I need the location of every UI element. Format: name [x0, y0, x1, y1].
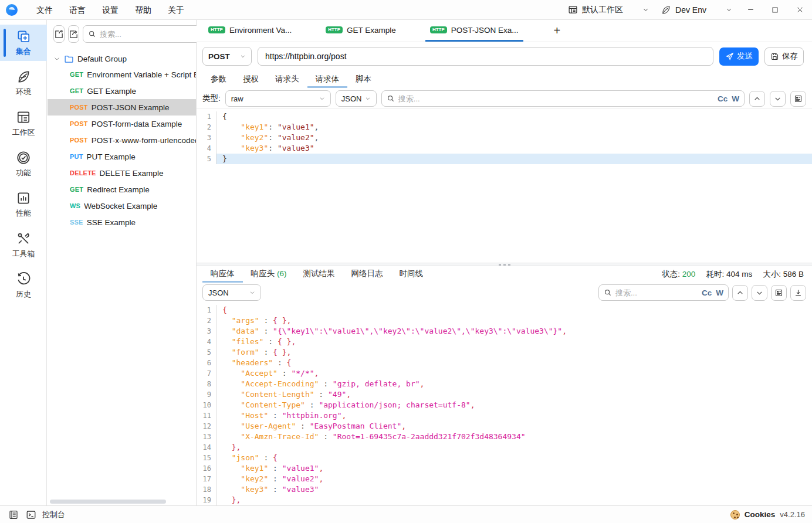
code-line: 11 "Host" : "httpbin.org", [197, 410, 812, 421]
code-line: 2 "key1": "value1", [197, 122, 812, 133]
nav-item-历史[interactable]: 历史 [0, 267, 47, 304]
nav-item-label: 历史 [16, 289, 31, 300]
response-format-select[interactable]: JSON [202, 284, 261, 301]
line-number: 3 [197, 326, 216, 337]
find-prev-button[interactable] [749, 91, 765, 107]
console-button[interactable] [25, 508, 38, 521]
sidebar-search-input[interactable] [100, 30, 203, 39]
nav-item-工作区[interactable]: 工作区 [0, 106, 47, 142]
export-button[interactable] [68, 25, 79, 43]
format-button[interactable] [771, 285, 787, 301]
line-number: 7 [197, 368, 216, 379]
response-tab-测试结果[interactable]: 测试结果 [295, 266, 343, 283]
body-type-value: raw [231, 94, 243, 103]
tree-item[interactable]: WSWebSocket Example [48, 198, 196, 214]
menu-item-帮助[interactable]: 帮助 [127, 0, 160, 20]
doc-tab[interactable]: HTTPEnvironment Va... [204, 20, 296, 42]
code-token: , [319, 464, 323, 473]
code-token: : [259, 327, 273, 335]
horizontal-scrollbar[interactable] [50, 500, 166, 504]
code-token: "key1" [241, 464, 268, 473]
response-body-editor[interactable]: 1{2 "args" : { },3 "data" : "{\"key1\":\… [197, 303, 812, 505]
code-line: 1{ [197, 305, 812, 315]
response-tab-响应体[interactable]: 响应体 [202, 266, 243, 283]
tree-item[interactable]: GETGET Example [48, 83, 196, 99]
save-button[interactable]: 保存 [764, 47, 804, 66]
body-format-select[interactable]: JSON [336, 90, 377, 107]
code-token: { }, [273, 348, 291, 356]
code-content: }, [216, 442, 812, 453]
tree-item[interactable]: SSESSE Example [48, 214, 196, 230]
response-tab-时间线[interactable]: 时间线 [391, 266, 432, 283]
tree-item[interactable]: GETRedirect Example [48, 181, 196, 198]
nav-item-性能[interactable]: 性能 [0, 186, 47, 223]
code-content: "Host" : "httpbin.org", [216, 410, 812, 421]
tree-item[interactable]: PUTPUT Example [48, 148, 196, 165]
workspace-selector[interactable]: 默认工作区 [562, 0, 655, 19]
import-button[interactable] [53, 25, 65, 43]
code-token: "value3" [282, 485, 319, 494]
code-content: "Content-Length" : "49", [216, 389, 812, 400]
tree-item[interactable]: DELETEDELETE Example [48, 165, 196, 181]
nav-item-功能[interactable]: 功能 [0, 146, 47, 182]
request-tab-参数[interactable]: 参数 [202, 72, 235, 88]
url-input[interactable] [258, 47, 713, 66]
history-icon [16, 271, 31, 287]
tree-item[interactable]: POSTPOST-JSON Example [48, 99, 196, 116]
doc-tab[interactable]: HTTPGET Example [321, 20, 401, 42]
doc-tab-label: Environment Va... [229, 26, 292, 35]
body-search-input[interactable] [398, 94, 714, 103]
cookies-button[interactable]: Cookies [745, 510, 776, 519]
line-number: 6 [197, 358, 216, 368]
format-button[interactable] [790, 91, 806, 107]
method-badge: PUT [70, 153, 83, 160]
menu-item-语言[interactable]: 语言 [61, 0, 94, 20]
http-badge: HTTP [326, 26, 343, 33]
close-button[interactable] [787, 0, 812, 19]
log-button[interactable] [7, 508, 20, 521]
method-select[interactable]: POST [202, 47, 252, 66]
tree-item[interactable]: POSTPOST-x-www-form-urlencoded [48, 132, 196, 148]
code-token: , [420, 379, 425, 388]
line-number: 2 [197, 315, 216, 326]
nav-item-工具箱[interactable]: 工具箱 [0, 227, 47, 263]
request-body-editor[interactable]: 1{2 "key1": "value1",3 "key2": "value2",… [197, 108, 812, 263]
code-line: 2 "args" : { }, [197, 315, 812, 326]
code-token: : [278, 369, 291, 378]
download-button[interactable] [790, 285, 806, 301]
find-prev-button[interactable] [732, 285, 748, 301]
body-type-select[interactable]: raw [225, 90, 331, 107]
nav-item-环境[interactable]: 环境 [0, 65, 47, 101]
response-status: 状态: 200 [662, 269, 695, 280]
code-token: "value2" [282, 474, 319, 483]
request-tab-请求体[interactable]: 请求体 [307, 72, 348, 88]
tree-item[interactable]: POSTPOST-form-data Example [48, 116, 196, 132]
code-token: : [268, 474, 282, 483]
send-button[interactable]: 发送 [719, 47, 759, 66]
minimize-button[interactable] [738, 0, 763, 19]
menu-item-关于[interactable]: 关于 [160, 0, 192, 20]
match-case-toggle[interactable]: Cc [702, 288, 712, 297]
request-tab-授权[interactable]: 授权 [235, 72, 267, 88]
response-tab-响应头[interactable]: 响应头(6) [243, 266, 295, 283]
request-tab-脚本[interactable]: 脚本 [347, 72, 380, 88]
match-case-toggle[interactable]: Cc [718, 94, 728, 103]
doc-tab[interactable]: HTTPPOST-JSON Exa... [425, 20, 523, 42]
add-tab-button[interactable]: + [548, 20, 567, 42]
request-tab-请求头[interactable]: 请求头 [267, 72, 307, 88]
response-tab-网络日志[interactable]: 网络日志 [343, 266, 391, 283]
response-search-input[interactable] [615, 288, 698, 297]
nav-item-集合[interactable]: 集合 [0, 25, 47, 61]
match-word-toggle[interactable]: W [716, 288, 723, 297]
environment-selector[interactable]: Dev Env [655, 0, 738, 19]
maximize-button[interactable] [763, 0, 787, 19]
code-token: "key3" [241, 485, 268, 494]
menu-item-设置[interactable]: 设置 [94, 0, 127, 20]
menu-item-文件[interactable]: 文件 [28, 0, 61, 20]
workspace-label: 默认工作区 [582, 5, 623, 15]
find-next-button[interactable] [752, 285, 767, 301]
tree-group-default[interactable]: Default Group [48, 51, 196, 66]
tree-item[interactable]: GETEnvironment Variable + Script Ex [48, 66, 196, 83]
match-word-toggle[interactable]: W [732, 94, 739, 103]
find-next-button[interactable] [770, 91, 786, 107]
